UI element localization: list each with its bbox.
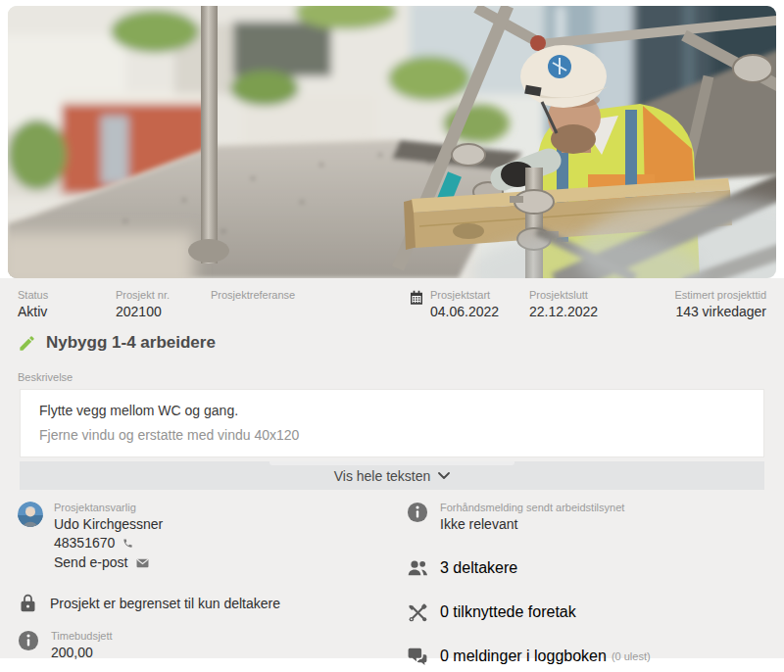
project-end-value: 22.12.2022 [529, 304, 655, 320]
status-label: Status [18, 289, 116, 302]
send-email-link[interactable]: Send e-post [54, 554, 128, 570]
project-number-value: 202100 [116, 304, 211, 320]
project-reference-label: Prosjektreferanse [211, 289, 409, 302]
phone-icon [122, 536, 133, 552]
project-end-label: Prosjektslutt [529, 289, 655, 302]
project-start-field: Prosjektstart 04.06.2022 [409, 289, 529, 320]
info-icon [407, 502, 428, 523]
logbook-row[interactable]: 0 meldinger i loggboken (0 ulest) [407, 646, 766, 667]
companies-text: 0 tilknyttede foretak [440, 603, 576, 621]
details-left-column: Prosjektansvarlig Udo Kirchgessner 48351… [18, 502, 407, 667]
details-right-column: Forhåndsmelding sendt arbeidstilsynet Ik… [407, 502, 766, 667]
project-reference-field: Prosjektreferanse [211, 289, 409, 320]
time-budget-value: 200,00 [51, 645, 113, 661]
time-budget-label: Timebudsjett [51, 630, 113, 643]
participants-text: 3 deltakere [440, 559, 517, 577]
logbook-unread-count: (0 ulest) [612, 650, 651, 662]
logbook-text: 0 meldinger i loggboken [440, 648, 607, 665]
estimated-time-label: Estimert prosjekttid [655, 289, 766, 302]
show-full-text-button[interactable]: Vis hele teksten [20, 461, 764, 490]
people-icon [407, 557, 428, 579]
project-start-value: 04.06.2022 [430, 304, 499, 320]
time-budget-block: Timebudsjett 200,00 [18, 630, 407, 661]
project-manager-label: Prosjektansvarlig [54, 502, 163, 514]
tools-icon [407, 601, 428, 623]
project-manager-block: Prosjektansvarlig Udo Kirchgessner 48351… [18, 502, 407, 572]
hero-image-container [0, 0, 784, 278]
description-label: Beskrivelse [18, 371, 766, 384]
lock-icon [18, 593, 38, 613]
description-card: Flytte vegg mellom WC og gang. Fjerne vi… [20, 389, 764, 457]
phone-row[interactable]: 48351670 [54, 535, 163, 552]
show-full-text-label: Vis hele teksten [334, 468, 431, 484]
status-row: Status Aktiv Prosjekt nr. 202100 Prosjek… [0, 289, 784, 320]
status-value: Aktiv [18, 304, 116, 320]
participants-row[interactable]: 3 deltakere [407, 557, 766, 579]
project-manager-name: Udo Kirchgessner [54, 516, 163, 533]
info-icon [18, 630, 39, 651]
phone-number[interactable]: 48351670 [54, 535, 115, 551]
details-section: Prosjektansvarlig Udo Kirchgessner 48351… [18, 502, 766, 667]
project-start-label: Prosjektstart [430, 289, 499, 302]
status-field: Status Aktiv [18, 289, 116, 320]
project-title-row: Nybygg 1-4 arbeidere [18, 332, 766, 354]
chevron-down-icon [438, 472, 450, 480]
restricted-project-row: Prosjekt er begrenset til kun deltakere [18, 593, 407, 613]
description-line-2: Fjerne vindu og erstatte med vindu 40x12… [39, 427, 745, 443]
calendar-icon [409, 290, 424, 306]
edit-pencil-icon [18, 334, 36, 353]
restricted-project-text: Prosjekt er begrenset til kun deltakere [50, 596, 280, 611]
prenotice-value: Ikke relevant [440, 516, 624, 533]
prenotice-block: Forhåndsmelding sendt arbeidstilsynet Ik… [407, 502, 766, 533]
project-end-field: Prosjektslutt 22.12.2022 [529, 289, 655, 320]
description-line-1: Flytte vegg mellom WC og gang. [39, 403, 745, 418]
project-details-panel: Status Aktiv Prosjekt nr. 202100 Prosjek… [0, 278, 784, 658]
project-number-label: Prosjekt nr. [116, 289, 211, 302]
companies-row[interactable]: 0 tilknyttede foretak [407, 601, 766, 623]
estimated-time-value: 143 virkedager [655, 304, 766, 320]
chat-icon [407, 646, 428, 667]
project-number-field: Prosjekt nr. 202100 [116, 289, 211, 320]
prenotice-label: Forhåndsmelding sendt arbeidstilsynet [440, 502, 624, 514]
send-email-row[interactable]: Send e-post [54, 554, 163, 572]
hero-image [8, 6, 776, 278]
project-page: Status Aktiv Prosjekt nr. 202100 Prosjek… [0, 0, 784, 672]
avatar [18, 502, 43, 527]
estimated-time-field: Estimert prosjekttid 143 virkedager [655, 289, 766, 320]
page-title: Nybygg 1-4 arbeidere [46, 332, 216, 354]
envelope-icon [136, 555, 149, 572]
